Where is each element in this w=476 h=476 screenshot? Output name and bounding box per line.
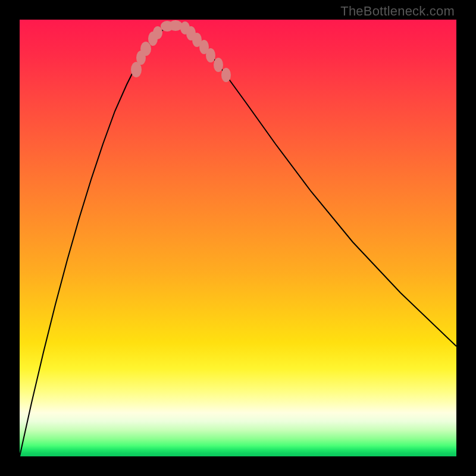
bottleneck-curve [20, 26, 456, 456]
curve-marker [206, 48, 215, 62]
chart-frame: TheBottleneck.com [0, 0, 476, 476]
curve-marker [221, 68, 231, 82]
marker-group [131, 20, 231, 82]
curve-marker [153, 26, 162, 39]
curve-marker [214, 58, 223, 72]
curve-marker [140, 42, 151, 56]
watermark-label: TheBottleneck.com [340, 4, 455, 19]
chart-overlay [20, 20, 456, 456]
